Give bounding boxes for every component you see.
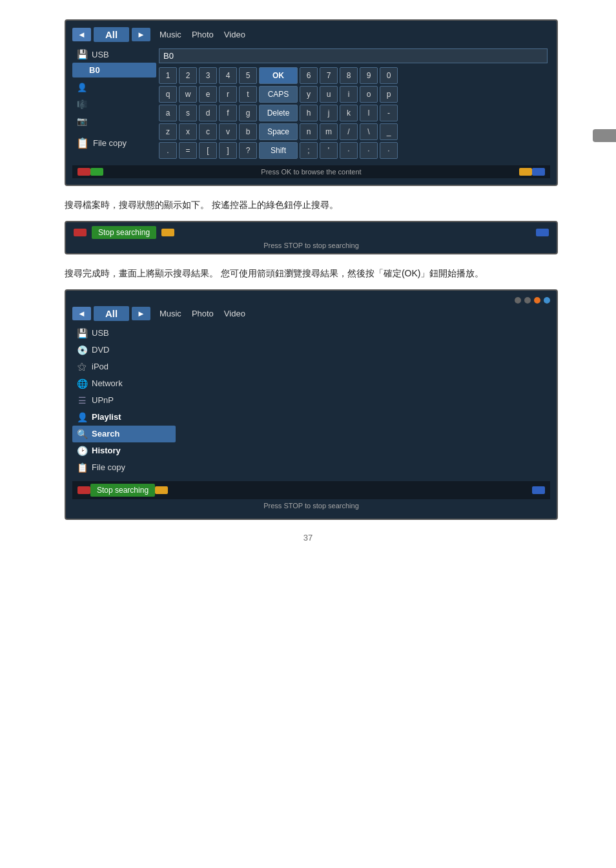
key-space[interactable]: Space: [259, 123, 298, 140]
key-d[interactable]: d: [199, 105, 217, 121]
key-c[interactable]: c: [199, 123, 217, 140]
key-4[interactable]: 4: [219, 67, 237, 84]
screen2-back-btn[interactable]: ◄: [72, 307, 91, 320]
key-o[interactable]: o: [360, 86, 378, 103]
key-x[interactable]: x: [179, 123, 197, 140]
key-y[interactable]: y: [300, 86, 318, 103]
screen1-forward-btn[interactable]: ►: [132, 28, 150, 41]
key-m[interactable]: m: [320, 123, 338, 140]
key-b[interactable]: b: [239, 123, 257, 140]
key-dot2[interactable]: ·: [340, 142, 358, 159]
red-btn[interactable]: [77, 168, 90, 176]
key-r[interactable]: r: [219, 86, 237, 103]
desc1-text: 搜尋檔案時，搜尋狀態的顯示如下。 按遙控器上的綠色鈕停止搜尋。: [65, 198, 558, 213]
key-7[interactable]: 7: [320, 67, 338, 84]
sidebar-item-current[interactable]: B0: [72, 63, 156, 78]
dot-3: [534, 297, 540, 304]
key-l[interactable]: l: [360, 105, 378, 121]
sidebar-item-extra1[interactable]: 👤: [72, 79, 156, 96]
screen2-sidebar-network[interactable]: 🌐 Network: [72, 375, 176, 392]
key-dot4[interactable]: ·: [380, 142, 398, 159]
key-t[interactable]: t: [239, 86, 257, 103]
screen1: ◄ All ► Music Photo Video 💾 USB B0: [65, 19, 558, 186]
screen2-cat-music[interactable]: Music: [159, 309, 181, 318]
screen2-sidebar: 💾 USB 💿 DVD ⚝ iPod 🌐 Network: [72, 325, 176, 476]
screen2-sidebar-usb[interactable]: 💾 USB: [72, 325, 176, 342]
key-delete[interactable]: Delete: [259, 105, 298, 121]
key-p[interactable]: p: [380, 86, 398, 103]
sidebar-item-usb[interactable]: 💾 USB: [72, 46, 156, 63]
key-h[interactable]: h: [300, 105, 318, 121]
key-v[interactable]: v: [219, 123, 237, 140]
screen1-back-btn[interactable]: ◄: [72, 28, 91, 41]
stop-searching-btn2[interactable]: Stop searching: [90, 484, 155, 497]
key-z[interactable]: z: [159, 123, 177, 140]
screen2-sidebar-search[interactable]: 🔍 Search: [72, 426, 176, 442]
key-1[interactable]: 1: [159, 67, 177, 84]
screen2-sidebar-upnp[interactable]: ☰ UPnP: [72, 392, 176, 409]
key-k[interactable]: k: [340, 105, 358, 121]
key-dot3[interactable]: ·: [360, 142, 378, 159]
screen1-search-input[interactable]: [159, 48, 548, 63]
screen2-sidebar-dvd[interactable]: 💿 DVD: [72, 342, 176, 358]
key-quote[interactable]: ': [320, 142, 338, 159]
key-g[interactable]: g: [239, 105, 257, 121]
key-n[interactable]: n: [300, 123, 318, 140]
screen2-forward-btn[interactable]: ►: [132, 307, 150, 320]
green-btn[interactable]: [90, 168, 103, 176]
screen2-red-btn[interactable]: [77, 486, 90, 494]
key-period[interactable]: .: [159, 142, 177, 159]
screen1-filecopy[interactable]: 📋 File copy: [72, 134, 156, 152]
stop-searching-btn1[interactable]: Stop searching: [92, 226, 156, 239]
key-minus[interactable]: -: [380, 105, 398, 121]
key-a[interactable]: a: [159, 105, 177, 121]
key-lbracket[interactable]: [: [199, 142, 217, 159]
key-backslash[interactable]: \: [360, 123, 378, 140]
sidebar-item-extra2[interactable]: 🎼: [72, 96, 156, 112]
key-9[interactable]: 9: [360, 67, 378, 84]
key-3[interactable]: 3: [199, 67, 217, 84]
screen2-sidebar-ipod[interactable]: ⚝ iPod: [72, 358, 176, 375]
screen2-sidebar-playlist[interactable]: 👤 Playlist: [72, 409, 176, 426]
key-semicolon[interactable]: ;: [300, 142, 318, 159]
key-ok[interactable]: OK: [259, 67, 298, 84]
yellow-btn[interactable]: [519, 168, 532, 176]
screen1-cat-music[interactable]: Music: [159, 30, 181, 39]
key-slash[interactable]: /: [340, 123, 358, 140]
screen1-cat-photo[interactable]: Photo: [192, 30, 214, 39]
screen2-cat-video[interactable]: Video: [224, 309, 245, 318]
key-row-1: 1 2 3 4 5 OK 6 7 8 9 0: [159, 67, 548, 84]
key-5[interactable]: 5: [239, 67, 257, 84]
key-question[interactable]: ?: [239, 142, 257, 159]
key-e[interactable]: e: [199, 86, 217, 103]
key-0[interactable]: 0: [380, 67, 398, 84]
key-f[interactable]: f: [219, 105, 237, 121]
stop-red-btn1[interactable]: [74, 229, 87, 236]
blue-btn[interactable]: [532, 168, 545, 176]
key-j[interactable]: j: [320, 105, 338, 121]
key-equals[interactable]: =: [179, 142, 197, 159]
dot-1: [515, 297, 521, 304]
screen1-cat-video[interactable]: Video: [224, 30, 245, 39]
screen2-yellow-btn[interactable]: [155, 486, 168, 494]
key-underscore[interactable]: _: [380, 123, 398, 140]
screen2-cat-photo[interactable]: Photo: [192, 309, 214, 318]
key-u[interactable]: u: [320, 86, 338, 103]
sidebar-item-extra3[interactable]: 📷: [72, 112, 156, 129]
key-6[interactable]: 6: [300, 67, 318, 84]
key-w[interactable]: w: [179, 86, 197, 103]
key-q[interactable]: q: [159, 86, 177, 103]
screen2-sidebar-filecopy[interactable]: 📋 File copy: [72, 459, 176, 476]
key-i[interactable]: i: [340, 86, 358, 103]
key-8[interactable]: 8: [340, 67, 358, 84]
key-rbracket[interactable]: ]: [219, 142, 237, 159]
screen2-blue-btn[interactable]: [532, 486, 545, 494]
key-2[interactable]: 2: [179, 67, 197, 84]
key-caps[interactable]: CAPS: [259, 86, 298, 103]
screen2-sidebar-history[interactable]: 🕑 History: [72, 442, 176, 459]
stop-blue-btn1[interactable]: [536, 229, 549, 236]
key-s[interactable]: s: [179, 105, 197, 121]
screen2-content: 💾 USB 💿 DVD ⚝ iPod 🌐 Network: [72, 325, 550, 476]
key-shift[interactable]: Shift: [259, 142, 298, 159]
stop-yellow-btn1[interactable]: [161, 229, 174, 236]
